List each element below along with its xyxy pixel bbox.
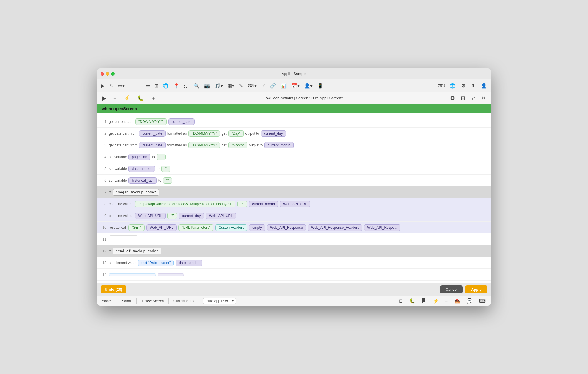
list-status-btn[interactable]: ≡ xyxy=(443,297,450,305)
user-button[interactable]: 👤▾ xyxy=(303,82,314,90)
chip-url-params[interactable]: "URL Parameters" xyxy=(178,224,213,231)
media-button[interactable]: 🎵▾ xyxy=(213,82,225,90)
close-action-btn[interactable]: ✕ xyxy=(480,94,487,103)
settings-action-btn[interactable]: ⚙ xyxy=(448,94,457,103)
check-button[interactable]: ☑ xyxy=(260,82,267,90)
close-button[interactable] xyxy=(101,72,104,76)
expand-action-btn[interactable]: ⤢ xyxy=(469,94,477,103)
chip-month[interactable]: "Month" xyxy=(228,142,247,148)
chip-current-month[interactable]: current_month xyxy=(264,142,293,148)
chip-empty2[interactable]: empty xyxy=(249,224,265,231)
table-row: 2 get date part from current_date format… xyxy=(97,128,491,139)
chip-format3[interactable]: "DD/MM/YYYY" xyxy=(188,142,220,148)
chip-current-month2[interactable]: current_month xyxy=(249,201,278,207)
table-row: 11 xyxy=(97,233,491,245)
settings-btn[interactable]: ⚙ xyxy=(460,82,467,90)
chat-status-btn[interactable]: 💬 xyxy=(465,297,474,305)
table-row: 5 set variable date_header to "" xyxy=(97,163,491,175)
grid-status-btn[interactable]: ⊞ xyxy=(397,297,405,305)
code-button[interactable]: ⌨▾ xyxy=(246,82,258,90)
link-button[interactable]: 🔗 xyxy=(268,82,278,90)
profile-btn[interactable]: 👤 xyxy=(479,82,489,90)
play-button[interactable]: ▶ xyxy=(99,82,106,90)
chip-var[interactable]: current_date xyxy=(168,118,195,125)
filter-action-btn[interactable]: ⚡ xyxy=(122,94,132,103)
search-button[interactable]: 🔍 xyxy=(192,82,201,90)
chip-current-date2[interactable]: current_date xyxy=(139,142,165,148)
select-button[interactable]: ↖ xyxy=(108,82,115,90)
chip-text-date-header[interactable]: text "Date Header" xyxy=(138,260,174,266)
analytics-button[interactable]: 📊 xyxy=(279,82,288,90)
chip-comment[interactable]: "begin mockup code" xyxy=(113,189,159,196)
chip-format2[interactable]: "DD/MM/YYYY" xyxy=(188,130,220,137)
image-button[interactable]: 🖼 xyxy=(182,82,191,90)
chip-empty-val[interactable]: "" xyxy=(157,154,166,160)
line-button[interactable]: — xyxy=(135,82,143,90)
chip-custom-headers[interactable]: CustomHeaders xyxy=(215,224,247,231)
chip-empty-row[interactable] xyxy=(109,235,138,243)
bug-status-btn[interactable]: 🐛 xyxy=(407,297,417,305)
phone-button[interactable]: 📱 xyxy=(315,82,325,90)
chip-web-url2[interactable]: Web_API_URL xyxy=(135,213,165,219)
grid-button[interactable]: ▦▾ xyxy=(226,82,236,90)
chip-slash[interactable]: "/" xyxy=(237,201,247,207)
chip-end-comment[interactable]: "end of mockup code" xyxy=(113,248,162,254)
chip-empty-val3[interactable]: "" xyxy=(163,177,172,184)
from-label: from xyxy=(130,131,137,136)
chip-web-api-url[interactable]: Web_API_URL xyxy=(280,201,310,207)
export-status-btn[interactable]: 📤 xyxy=(452,297,462,305)
filter-status-btn[interactable]: ⚡ xyxy=(431,297,440,305)
bug-action-btn[interactable]: 🐛 xyxy=(136,94,146,103)
chip-api-response2[interactable]: Web_API_Respo... xyxy=(364,224,400,231)
chip-format[interactable]: "DD/MM/YYYY" xyxy=(135,118,167,125)
chip-get[interactable]: "GET" xyxy=(128,224,145,231)
table-row: 13 set element value text "Date Header" … xyxy=(97,257,491,269)
chip-api-response-headers[interactable]: Web_API_Response_Headers xyxy=(308,224,362,231)
chip-current-day2[interactable]: current_day xyxy=(179,213,204,219)
text-button[interactable]: T xyxy=(128,82,134,90)
current-screen-select[interactable]: Pure Appli Scr... ▾ xyxy=(203,298,236,304)
chip-hist-fact[interactable]: historical_fact xyxy=(128,177,156,184)
code-editor[interactable]: 1 get current date "DD/MM/YYYY" current_… xyxy=(97,113,491,283)
status-divider3 xyxy=(168,298,169,304)
db-status-btn[interactable]: 🗄 xyxy=(420,297,428,305)
cancel-button[interactable]: Cancel xyxy=(440,285,462,293)
line2-button[interactable]: ═ xyxy=(145,82,151,90)
zoom-btn[interactable]: 🌐 xyxy=(448,82,457,90)
list-action-btn[interactable]: ≡ xyxy=(112,94,118,102)
play-action-btn[interactable]: ▶ xyxy=(101,94,108,103)
row-content: set variable date_header to "" xyxy=(109,166,170,172)
chip-day[interactable]: "Day" xyxy=(228,130,244,137)
edit-button[interactable]: ✎ xyxy=(237,82,245,90)
get-label: get xyxy=(222,143,227,147)
chip-web-url3[interactable]: Web_API_URL xyxy=(206,213,236,219)
chip-empty-val2[interactable]: "" xyxy=(161,166,171,172)
new-screen-button[interactable]: + New Screen xyxy=(141,299,164,303)
add-action-btn[interactable]: ＋ xyxy=(149,94,158,103)
apply-button[interactable]: Apply xyxy=(465,285,487,293)
chip-page-link[interactable]: page_link xyxy=(128,154,150,160)
chip-current-date[interactable]: current_date xyxy=(139,130,165,137)
globe-button[interactable]: 🌐 xyxy=(161,82,171,90)
chip-web-url4[interactable]: Web_API_URL xyxy=(146,224,177,231)
table-button[interactable]: ⊞ xyxy=(153,82,160,90)
chip-partial[interactable] xyxy=(109,273,156,276)
upload-btn[interactable]: ⬆ xyxy=(470,82,477,90)
chip-slash2[interactable]: "/" xyxy=(167,213,177,219)
rect-button[interactable]: ▭▾ xyxy=(116,82,126,90)
chip-partial2[interactable] xyxy=(158,273,184,276)
chip-current-day[interactable]: current_day xyxy=(261,130,286,137)
calendar-button[interactable]: 📅▾ xyxy=(290,82,301,90)
chip-date-header[interactable]: date_header xyxy=(128,166,155,172)
chip-wiki-url[interactable]: "https://api.wikimedia.org/feed/v1/wikip… xyxy=(135,201,235,207)
keyboard-status-btn[interactable]: ⌨ xyxy=(477,297,487,305)
comment-slash: // xyxy=(109,249,111,253)
chip-api-response[interactable]: Web_API_Response xyxy=(267,224,306,231)
chip-date-header2[interactable]: date_header xyxy=(176,260,202,266)
pin-button[interactable]: 📍 xyxy=(172,82,181,90)
split-action-btn[interactable]: ⊟ xyxy=(459,94,467,103)
camera-button[interactable]: 📷 xyxy=(202,82,212,90)
minimize-button[interactable] xyxy=(106,72,109,76)
maximize-button[interactable] xyxy=(111,72,115,76)
undo-button[interactable]: Undo (20) xyxy=(101,285,126,293)
